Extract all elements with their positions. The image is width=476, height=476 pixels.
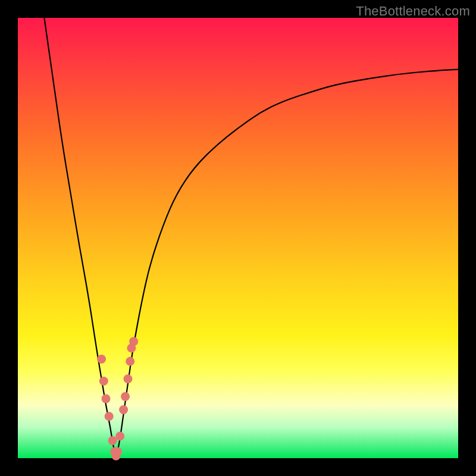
plot-area: [18, 18, 458, 458]
watermark-text: TheBottleneck.com: [356, 4, 470, 19]
data-point: [129, 337, 138, 346]
data-point: [113, 447, 122, 456]
curve-group: [44, 18, 458, 456]
data-point: [108, 436, 117, 445]
data-point: [119, 405, 128, 414]
data-point: [126, 357, 134, 366]
data-point: [99, 377, 108, 386]
chart-svg: [18, 18, 458, 458]
data-point: [121, 392, 130, 401]
curve-left-branch: [44, 18, 116, 456]
chart-frame: TheBottleneck.com: [0, 0, 476, 476]
curve-right-branch: [116, 70, 458, 456]
data-point: [97, 355, 106, 364]
data-point: [105, 412, 114, 421]
data-point: [102, 394, 111, 403]
data-point: [115, 432, 124, 441]
data-point: [124, 374, 133, 383]
